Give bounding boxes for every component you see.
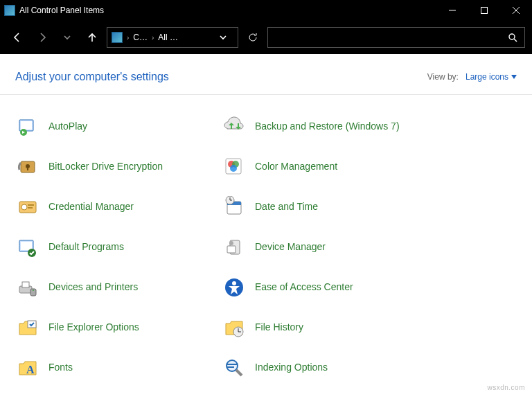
backup-restore-icon [222, 114, 247, 139]
control-panel-item-label: Credential Manager [48, 201, 134, 213]
control-panel-item[interactable]: Device Manager [222, 235, 414, 260]
view-by-value: Large icons [466, 72, 508, 82]
window-title: All Control Panel Items [19, 6, 104, 15]
control-panel-item[interactable]: Fonts [15, 355, 208, 380]
control-panel-item[interactable]: Backup and Restore (Windows 7) [222, 114, 414, 139]
control-panel-item[interactable]: Devices and Printers [15, 275, 208, 300]
fonts-icon [15, 355, 40, 380]
date-time-icon [222, 195, 247, 220]
close-button[interactable] [500, 0, 532, 21]
address-dropdown-button[interactable] [213, 27, 233, 48]
navbar: › C… › All … [0, 21, 532, 54]
ease-of-access-icon [222, 275, 247, 300]
forward-button[interactable] [32, 27, 53, 48]
svg-point-5 [509, 34, 515, 39]
chevron-right-icon: › [127, 34, 129, 42]
svg-marker-7 [511, 75, 517, 79]
default-programs-icon [15, 235, 40, 260]
control-panel-item-label: Ease of Access Center [255, 281, 353, 294]
items-grid: AutoPlayBackup and Restore (Windows 7)Bi… [0, 95, 429, 394]
control-panel-item-label: Date and Time [255, 201, 318, 213]
maximize-button[interactable] [468, 0, 500, 21]
control-panel-item-label: BitLocker Drive Encryption [48, 161, 163, 173]
autoplay-icon [15, 114, 40, 139]
control-panel-item[interactable]: File Explorer Options [15, 315, 208, 340]
search-input[interactable] [267, 27, 525, 48]
titlebar: All Control Panel Items [0, 0, 532, 21]
page-title: Adjust your computer's settings [15, 71, 169, 83]
control-panel-item-label: AutoPlay [48, 121, 87, 133]
control-panel-item[interactable]: Color Management [222, 154, 414, 179]
up-button[interactable] [82, 27, 103, 48]
view-by-label: View by: [427, 72, 459, 82]
control-panel-item-label: File History [255, 321, 303, 334]
color-management-icon [222, 154, 247, 179]
control-panel-item-label: Indexing Options [255, 362, 328, 374]
window-controls [436, 0, 532, 21]
indexing-options-icon [222, 355, 247, 380]
credential-manager-icon [15, 195, 40, 220]
view-by: View by: Large icons [427, 72, 517, 82]
address-bar[interactable]: › C… › All … [107, 27, 238, 48]
breadcrumb-crumb-2[interactable]: All … [158, 33, 178, 42]
control-panel-item[interactable]: Default Programs [15, 235, 208, 260]
control-panel-item[interactable]: File History [222, 315, 414, 340]
search-icon [508, 33, 517, 42]
control-panel-item-label: Color Management [255, 161, 337, 173]
breadcrumb-crumb-1[interactable]: C… [133, 33, 148, 42]
recent-locations-button[interactable] [57, 27, 78, 48]
titlebar-left: All Control Panel Items [4, 5, 104, 16]
control-panel-item-label: File Explorer Options [48, 321, 139, 334]
chevron-down-icon [511, 75, 517, 79]
refresh-button[interactable] [242, 27, 263, 48]
svg-rect-1 [481, 8, 488, 14]
minimize-button[interactable] [436, 0, 468, 21]
control-panel-item[interactable]: BitLocker Drive Encryption [15, 154, 208, 179]
chevron-right-icon: › [152, 34, 154, 42]
file-history-icon [222, 315, 247, 340]
back-button[interactable] [7, 27, 28, 48]
control-panel-item-label: Default Programs [48, 241, 124, 254]
bitlocker-icon [15, 154, 40, 179]
control-panel-item-label: Device Manager [255, 241, 326, 254]
content-header: Adjust your computer's settings View by:… [0, 54, 532, 95]
control-panel-item-label: Fonts [48, 362, 73, 374]
address-icon [112, 32, 123, 43]
control-panel-item[interactable]: Credential Manager [15, 195, 208, 220]
control-panel-item[interactable]: AutoPlay [15, 114, 208, 139]
control-panel-icon [4, 5, 15, 16]
control-panel-item[interactable]: Ease of Access Center [222, 275, 414, 300]
svg-line-6 [514, 39, 517, 42]
file-explorer-options-icon [15, 315, 40, 340]
view-by-selector[interactable]: Large icons [466, 72, 517, 82]
control-panel-item-label: Devices and Printers [48, 281, 138, 294]
control-panel-item[interactable]: Date and Time [222, 195, 414, 220]
device-manager-icon [222, 235, 247, 260]
control-panel-item[interactable]: Indexing Options [222, 355, 414, 380]
watermark: wsxdn.com [487, 384, 525, 391]
devices-printers-icon [15, 275, 40, 300]
control-panel-item-label: Backup and Restore (Windows 7) [255, 121, 400, 133]
content-scroll[interactable]: AutoPlayBackup and Restore (Windows 7)Bi… [0, 95, 532, 396]
